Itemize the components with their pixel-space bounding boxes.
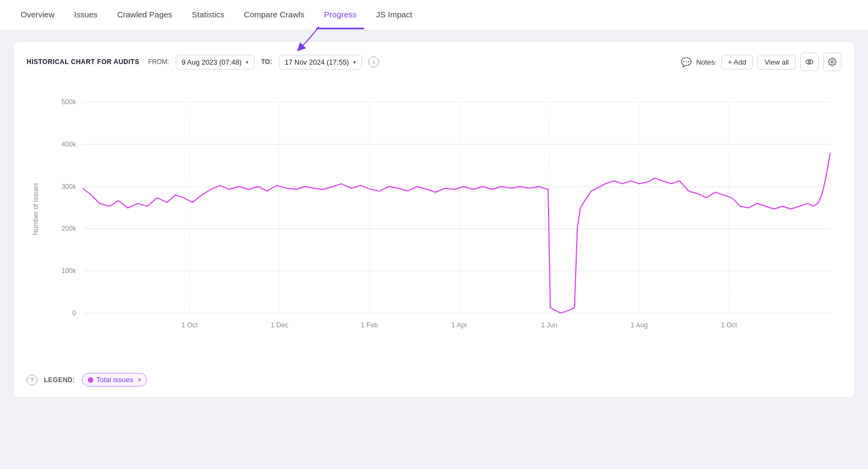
svg-text:Number of issues: Number of issues — [32, 183, 40, 236]
notes-section: 💬 Notes: + Add View all — [681, 53, 841, 71]
chart-svg: 500k 400k 300k 200k 100k 0 Number of iss… — [27, 82, 841, 364]
total-issues-close-icon[interactable]: × — [137, 376, 141, 384]
to-label: TO: — [261, 58, 272, 66]
svg-text:200k: 200k — [61, 225, 76, 233]
svg-text:100k: 100k — [61, 267, 76, 275]
nav-item-js-impact[interactable]: JS Impact — [368, 1, 420, 29]
view-all-button[interactable]: View all — [757, 55, 796, 69]
svg-point-0 — [806, 60, 813, 64]
svg-text:1 Oct: 1 Oct — [721, 321, 737, 329]
svg-text:1 Apr: 1 Apr — [451, 321, 467, 329]
svg-text:300k: 300k — [61, 183, 76, 191]
nav-item-progress[interactable]: Progress — [316, 1, 364, 29]
chart-toolbar: HISTORICAL CHART FOR AUDITS FROM: 9 Aug … — [27, 53, 841, 71]
svg-text:400k: 400k — [61, 141, 76, 148]
legend-help-icon[interactable]: ? — [27, 375, 37, 385]
nav-item-issues[interactable]: Issues — [67, 1, 105, 29]
main-nav: Overview Issues Crawled Pages Statistics… — [0, 0, 868, 30]
eye-icon — [805, 58, 814, 66]
add-note-button[interactable]: + Add — [721, 55, 754, 69]
notes-label: Notes: — [696, 58, 717, 66]
total-issues-chip[interactable]: Total issues × — [82, 373, 148, 386]
svg-text:1 Feb: 1 Feb — [361, 321, 378, 329]
svg-text:1 Aug: 1 Aug — [630, 321, 648, 329]
svg-text:1 Oct: 1 Oct — [182, 321, 198, 329]
nav-item-statistics[interactable]: Statistics — [184, 1, 232, 29]
svg-text:1 Dec: 1 Dec — [271, 321, 288, 329]
to-chevron-icon: ▾ — [353, 59, 356, 65]
from-date-value: 9 Aug 2023 (07:48) — [182, 58, 242, 66]
legend-title: LEGEND: — [44, 376, 75, 384]
eye-button[interactable] — [800, 53, 819, 71]
from-date-select[interactable]: 9 Aug 2023 (07:48) ▾ — [176, 55, 255, 69]
svg-point-1 — [808, 61, 810, 63]
svg-point-2 — [831, 61, 833, 63]
notes-chat-icon: 💬 — [681, 57, 692, 67]
chart-card: HISTORICAL CHART FOR AUDITS FROM: 9 Aug … — [13, 41, 855, 398]
chart-area: 500k 400k 300k 200k 100k 0 Number of iss… — [27, 82, 841, 364]
nav-item-overview[interactable]: Overview — [13, 1, 62, 29]
svg-text:0: 0 — [72, 309, 76, 317]
from-chevron-icon: ▾ — [246, 59, 248, 65]
total-issues-label: Total issues — [97, 376, 133, 384]
total-issues-dot — [88, 377, 93, 383]
to-date-select[interactable]: 17 Nov 2024 (17:55) ▾ — [279, 55, 362, 69]
chart-title: HISTORICAL CHART FOR AUDITS — [27, 58, 139, 66]
gear-icon — [828, 58, 837, 66]
to-date-value: 17 Nov 2024 (17:55) — [285, 58, 349, 66]
from-label: FROM: — [148, 58, 169, 66]
settings-button[interactable] — [823, 53, 841, 71]
nav-item-compare-crawls[interactable]: Compare Crawls — [237, 1, 312, 29]
main-content: HISTORICAL CHART FOR AUDITS FROM: 9 Aug … — [0, 30, 868, 469]
nav-item-crawled-pages[interactable]: Crawled Pages — [110, 1, 180, 29]
svg-text:1 Jun: 1 Jun — [541, 321, 557, 329]
info-icon[interactable]: i — [368, 56, 379, 67]
legend-row: ? LEGEND: Total issues × — [27, 373, 841, 386]
svg-text:500k: 500k — [61, 98, 76, 106]
